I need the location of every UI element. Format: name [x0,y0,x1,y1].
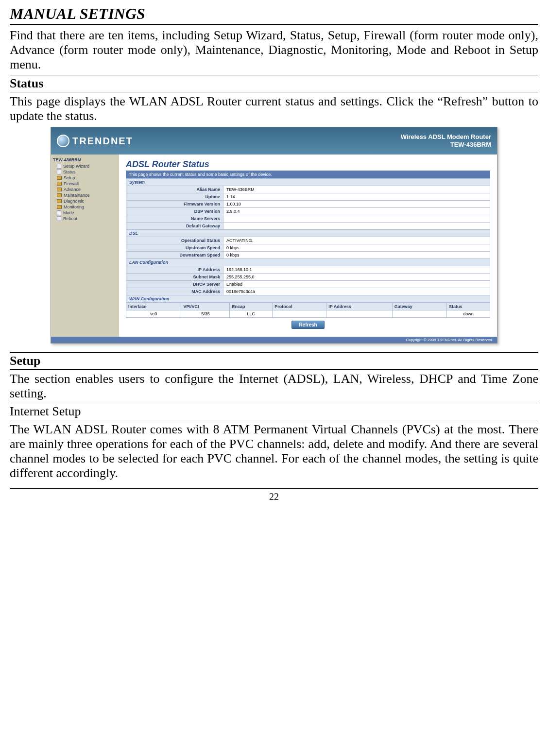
system-group-header: System [126,179,490,186]
row-label: Upstream Speed [126,244,223,252]
router-ui-footer: Copyright © 2009 TRENDnet. All Rights Re… [51,337,497,343]
wan-ip [326,310,392,318]
sidebar-item-monitoring[interactable]: Monitoring [53,204,117,210]
row-label: DSP Version [126,208,223,215]
row-value: 0018e75c3c4a [223,288,490,295]
wan-col-protocol: Protocol [273,303,326,310]
wan-proto [273,310,326,318]
folder-icon [57,182,62,186]
wan-group-header: WAN Configuration [126,295,490,303]
sidebar-item-label: Advance [64,187,81,192]
page-icon [57,170,61,174]
row-value: 1:14 [223,193,490,201]
folder-icon [57,188,62,191]
wan-status: down [446,310,490,318]
wan-iface: vc0 [126,310,181,318]
row-label: Default Gateway [126,223,223,230]
sidebar-item-label: Reboot [63,216,77,221]
wan-col-interface: Interface [126,303,181,310]
wan-vpivci: 5/35 [181,310,230,318]
brand-logo: TRENDNET [57,135,133,147]
sidebar-item-setup-wizard[interactable]: Setup Wizard [53,163,117,169]
row-value: 192.168.10.1 [223,266,490,274]
row-label: Firmware Version [126,201,223,208]
product-line1: Wireless ADSL Modem Router [401,133,491,141]
page-icon [57,210,61,215]
row-value: TEW-436BRM [223,186,490,193]
sidebar-nav: TEW-436BRM Setup Wizard Status Setup Fir… [51,155,119,337]
folder-icon [57,193,62,197]
brand-text: TRENDNET [72,136,133,147]
row-value [223,215,490,223]
row-value: 1.00.10 [223,201,490,208]
main-panel: ADSL Router Status This page shows the c… [119,155,497,337]
lan-group-header: LAN Configuration [126,259,490,266]
row-label: Operational Status [126,237,223,244]
sidebar-item-label: Diagnostic [64,199,84,204]
page-number: 22 [10,488,538,502]
main-title: ADSL Router Status [126,159,490,170]
dsl-group-header: DSL [126,230,490,237]
row-value: 0 kbps [223,252,490,259]
sidebar-item-label: Mode [63,210,74,215]
row-value: 2.9.0.4 [223,208,490,215]
page-title: MANUAL SETINGS [10,5,538,25]
page-icon [57,164,61,169]
row-label: IP Address [126,266,223,274]
main-subtitle: This page shows the current status and s… [126,171,490,178]
globe-icon [57,135,69,147]
row-label: Downstream Speed [126,252,223,259]
sidebar-item-advance[interactable]: Advance [53,187,117,192]
status-table: System Alias NameTEW-436BRM Uptime1:14 F… [126,178,490,303]
internet-setup-paragraph: The WLAN ADSL Router comes with 8 ATM Pe… [10,420,538,482]
folder-icon [57,176,62,180]
row-label: DHCP Server [126,281,223,288]
wan-col-status: Status [446,303,490,310]
sidebar-item-mode[interactable]: Mode [53,210,117,216]
sidebar-item-reboot[interactable]: Reboot [53,216,117,222]
wan-table: Interface VPI/VCI Encap Protocol IP Addr… [126,303,490,318]
row-label: Name Servers [126,215,223,223]
setup-paragraph: The section enables users to configure t… [10,370,538,403]
sidebar-item-setup[interactable]: Setup [53,175,117,181]
sidebar-item-label: Maintainance [64,193,90,198]
sidebar-item-label: Status [63,170,76,174]
wan-encap: LLC [230,310,273,318]
product-line2: TEW-436BRM [401,141,491,149]
wan-col-encap: Encap [230,303,273,310]
sidebar-item-label: Setup [64,175,75,180]
page-icon [57,216,61,221]
router-ui-header: TRENDNET Wireless ADSL Modem Router TEW-… [51,127,497,155]
sidebar-title: TEW-436BRM [53,157,117,162]
folder-icon [57,199,62,203]
sidebar-item-maintainance[interactable]: Maintainance [53,192,117,198]
sidebar-item-firewall[interactable]: Firewall [53,181,117,187]
sidebar-item-label: Monitoring [64,205,84,209]
setup-heading: Setup [10,352,538,370]
row-label: Alias Name [126,186,223,193]
row-label: MAC Address [126,288,223,295]
status-screenshot: TRENDNET Wireless ADSL Modem Router TEW-… [10,125,538,350]
intro-paragraph: Find that there are ten items, including… [10,28,538,72]
row-value: Enabled [223,281,490,288]
row-value: ACTIVATING. [223,237,490,244]
sidebar-item-status[interactable]: Status [53,169,117,175]
row-label: Subnet Mask [126,274,223,281]
row-value [223,223,490,230]
internet-setup-heading: Internet Setup [10,403,538,420]
status-heading: Status [10,75,538,92]
wan-col-vpivci: VPI/VCI [181,303,230,310]
wan-gw [392,310,446,318]
wan-col-gateway: Gateway [392,303,446,310]
row-value: 255.255.255.0 [223,274,490,281]
product-name: Wireless ADSL Modem Router TEW-436BRM [401,133,491,150]
wan-row: vc0 5/35 LLC down [126,310,490,318]
sidebar-item-label: Firewall [64,181,79,186]
row-label: Uptime [126,193,223,201]
sidebar-item-diagnostic[interactable]: Diagnostic [53,198,117,204]
sidebar-item-label: Setup Wizard [63,164,89,169]
row-value: 0 kbps [223,244,490,252]
wan-col-ip: IP Address [326,303,392,310]
refresh-button[interactable]: Refresh [291,321,324,329]
status-paragraph: This page displays the WLAN ADSL Router … [10,92,538,125]
